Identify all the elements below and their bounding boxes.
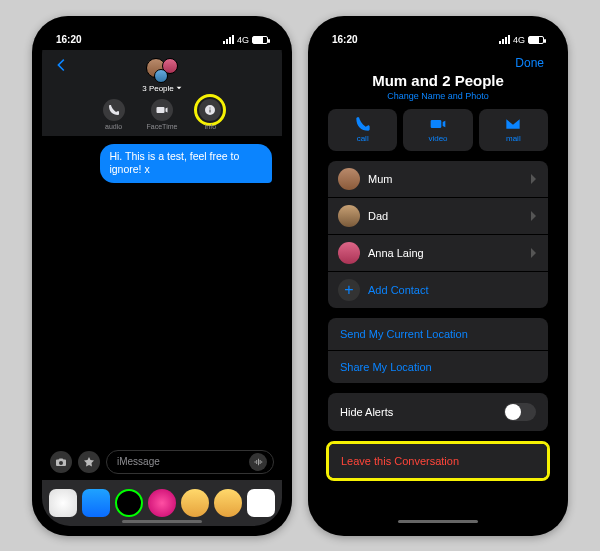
waveform-icon xyxy=(253,457,263,467)
hide-alerts-toggle[interactable] xyxy=(504,403,536,421)
home-indicator[interactable] xyxy=(122,520,202,523)
conversation-header: 3 People audio FaceTime info xyxy=(42,50,282,136)
phone-right: 16:20 4G Done Mum and 2 People Change Na… xyxy=(308,16,568,536)
dictate-button[interactable] xyxy=(249,453,267,471)
network-label: 4G xyxy=(513,35,525,45)
group-title: Mum and 2 People xyxy=(318,72,558,89)
phone-left: 16:20 4G 3 People audio xyxy=(32,16,292,536)
avatar xyxy=(338,205,360,227)
hide-alerts-label: Hide Alerts xyxy=(340,406,393,418)
member-name: Anna Laing xyxy=(368,247,522,259)
quick-actions: call video mail xyxy=(328,109,548,151)
video-icon xyxy=(156,104,168,116)
members-list: Mum Dad Anna Laing + Add Contact xyxy=(328,161,548,308)
chevron-down-icon xyxy=(176,85,182,91)
member-row[interactable]: Mum xyxy=(328,161,548,197)
leave-conversation-row[interactable]: Leave this Conversation xyxy=(329,444,547,478)
location-section: Send My Current Location Share My Locati… xyxy=(328,318,548,383)
chevron-right-icon xyxy=(530,210,538,222)
call-button[interactable]: call xyxy=(328,109,397,151)
dock-app-emoji1[interactable] xyxy=(181,489,209,517)
home-indicator[interactable] xyxy=(398,520,478,523)
signal-icon xyxy=(223,35,234,44)
back-icon[interactable] xyxy=(52,56,70,74)
dock-app-photos[interactable] xyxy=(49,489,77,517)
share-location-row[interactable]: Share My Location xyxy=(328,350,548,383)
status-time: 16:20 xyxy=(332,34,358,45)
status-time: 16:20 xyxy=(56,34,82,45)
camera-icon xyxy=(55,456,67,468)
member-name: Mum xyxy=(368,173,522,185)
mail-button[interactable]: mail xyxy=(479,109,548,151)
video-button[interactable]: video xyxy=(403,109,472,151)
info-icon xyxy=(204,104,216,116)
dock-app-store[interactable] xyxy=(82,489,110,517)
dock-app-pink[interactable] xyxy=(148,489,176,517)
battery-icon xyxy=(528,36,544,44)
status-right: 4G xyxy=(223,35,268,45)
done-button[interactable]: Done xyxy=(515,56,544,70)
details-top-bar: Done xyxy=(318,50,558,70)
phone-icon xyxy=(355,116,371,132)
signal-icon xyxy=(499,35,510,44)
message-placeholder: iMessage xyxy=(117,456,160,467)
info-button[interactable]: info xyxy=(199,99,221,130)
add-contact-row[interactable]: + Add Contact xyxy=(328,271,548,308)
change-name-photo-link[interactable]: Change Name and Photo xyxy=(318,91,558,101)
appstore-button[interactable] xyxy=(78,451,100,473)
group-avatar[interactable] xyxy=(146,58,178,80)
notch xyxy=(383,26,493,46)
facetime-button[interactable]: FaceTime xyxy=(147,99,178,130)
plus-icon: + xyxy=(338,279,360,301)
phone-icon xyxy=(108,104,120,116)
dock-app-emoji2[interactable] xyxy=(214,489,242,517)
appstore-icon xyxy=(83,456,95,468)
avatar xyxy=(338,242,360,264)
dock-app-circle[interactable] xyxy=(115,489,143,517)
message-input[interactable]: iMessage xyxy=(106,450,274,474)
avatar xyxy=(338,168,360,190)
status-right: 4G xyxy=(499,35,544,45)
alerts-section: Hide Alerts xyxy=(328,393,548,431)
video-icon xyxy=(430,116,446,132)
message-list[interactable]: Hi. This is a test, feel free to ignore!… xyxy=(42,136,282,444)
add-contact-label: Add Contact xyxy=(368,284,538,296)
hide-alerts-row: Hide Alerts xyxy=(328,393,548,431)
notch xyxy=(107,26,217,46)
header-actions: audio FaceTime info xyxy=(103,99,222,130)
member-name: Dad xyxy=(368,210,522,222)
chevron-right-icon xyxy=(530,247,538,259)
audio-button[interactable]: audio xyxy=(103,99,125,130)
leave-section: Leave this Conversation xyxy=(329,444,547,478)
chevron-right-icon xyxy=(530,173,538,185)
dock-app-music[interactable] xyxy=(247,489,275,517)
battery-icon xyxy=(252,36,268,44)
member-row[interactable]: Dad xyxy=(328,197,548,234)
info-button-highlight xyxy=(194,94,226,126)
screen-details: 16:20 4G Done Mum and 2 People Change Na… xyxy=(318,26,558,526)
camera-button[interactable] xyxy=(50,451,72,473)
compose-bar: iMessage xyxy=(42,444,282,480)
group-name-label[interactable]: 3 People xyxy=(142,84,182,93)
member-row[interactable]: Anna Laing xyxy=(328,234,548,271)
sent-message-bubble[interactable]: Hi. This is a test, feel free to ignore!… xyxy=(100,144,272,183)
screen-conversation: 16:20 4G 3 People audio xyxy=(42,26,282,526)
leave-conversation-highlight: Leave this Conversation xyxy=(326,441,550,481)
send-location-row[interactable]: Send My Current Location xyxy=(328,318,548,350)
network-label: 4G xyxy=(237,35,249,45)
mail-icon xyxy=(505,116,521,132)
